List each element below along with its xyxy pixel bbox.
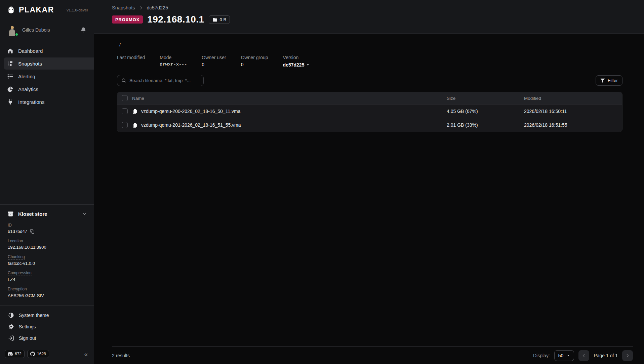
sign-out-label: Sign out bbox=[19, 335, 36, 341]
row-checkbox[interactable] bbox=[122, 122, 128, 128]
settings-label: Settings bbox=[19, 324, 36, 329]
discord-badge[interactable]: 672 bbox=[5, 350, 25, 358]
caret-down-icon bbox=[567, 354, 570, 357]
page-size-select[interactable]: 50 bbox=[554, 350, 574, 361]
avatar bbox=[6, 24, 18, 36]
pie-chart-icon bbox=[7, 86, 13, 92]
plakar-logo-icon bbox=[7, 6, 15, 14]
home-icon bbox=[7, 48, 13, 54]
github-badge[interactable]: 1628 bbox=[27, 350, 49, 358]
kloset-store-panel: Kloset store ID b1d7bd47 Location 192.16… bbox=[0, 204, 94, 305]
kloset-store-header[interactable]: Kloset store bbox=[7, 211, 87, 217]
gear-icon bbox=[8, 324, 14, 330]
app-name: PLAKAR bbox=[19, 5, 54, 14]
checklist-icon bbox=[7, 73, 13, 80]
sidebar-item-snapshots[interactable]: Snapshots bbox=[4, 57, 94, 70]
file-name[interactable]: vzdump-qemu-201-2026_02_18-16_51_55.vma bbox=[141, 122, 241, 128]
online-status-dot bbox=[15, 33, 18, 36]
filter-button[interactable]: Filter bbox=[596, 75, 622, 86]
filter-funnel-icon bbox=[600, 78, 605, 83]
github-icon bbox=[30, 352, 35, 356]
page-title: 192.168.10.1 bbox=[147, 14, 204, 25]
breadcrumb: Snapshots dc57d225 bbox=[112, 5, 634, 10]
sign-out-button[interactable]: Sign out bbox=[8, 332, 86, 344]
sidebar-bottom-menu: System theme Settings Sign out bbox=[0, 305, 94, 347]
store-location-value: 192.168.10.11:3900 bbox=[8, 245, 87, 250]
caret-down-icon bbox=[306, 63, 310, 67]
prev-page-button[interactable] bbox=[578, 350, 589, 361]
table-header-row: Name Size Modified bbox=[117, 92, 622, 104]
page-header: Snapshots dc57d225 PROXMOX 192.168.10.1 … bbox=[94, 0, 644, 34]
breadcrumb-snapshots[interactable]: Snapshots bbox=[112, 5, 135, 10]
discord-count: 672 bbox=[15, 352, 22, 356]
sidebar-item-label: Alerting bbox=[18, 74, 35, 79]
store-chunking-value: fastcdc-v1.0.0 bbox=[8, 261, 87, 266]
sidebar-item-analytics[interactable]: Analytics bbox=[4, 83, 94, 95]
discord-icon bbox=[8, 352, 13, 356]
file-modified: 2026/02/18 16:51:55 bbox=[524, 122, 622, 128]
file-size: 2.01 GB (33%) bbox=[447, 122, 524, 128]
version-dropdown[interactable]: dc57d225 bbox=[283, 62, 310, 68]
store-encryption-value: AES256-GCM-SIV bbox=[8, 293, 87, 298]
search-input[interactable] bbox=[129, 78, 199, 83]
meta-owner-group: Owner group 0 bbox=[241, 55, 268, 68]
user-row: Gilles Dubois bbox=[0, 18, 94, 41]
select-all-checkbox[interactable] bbox=[122, 95, 128, 101]
row-checkbox[interactable] bbox=[122, 108, 128, 114]
main-nav: Dashboard Snapshots Alerting bbox=[0, 45, 94, 108]
next-page-button[interactable] bbox=[622, 350, 633, 361]
current-path: / bbox=[117, 42, 622, 47]
title-row: PROXMOX 192.168.10.1 0 B bbox=[112, 14, 634, 25]
snapshots-icon bbox=[7, 60, 13, 67]
sidebar-item-label: Integrations bbox=[18, 99, 44, 105]
sidebar-item-alerting[interactable]: Alerting bbox=[4, 70, 94, 82]
snapshot-type-badge: PROXMOX bbox=[112, 15, 143, 24]
store-id-value: b1d7bd47 bbox=[8, 229, 27, 234]
store-field-encryption: Encryption AES256-GCM-SIV bbox=[7, 286, 87, 298]
store-field-compression: Compression LZ4 bbox=[7, 270, 87, 282]
chevron-down-icon[interactable] bbox=[82, 211, 87, 216]
archive-box-icon bbox=[7, 211, 14, 217]
sidebar: PLAKAR v1.1.0-devel Gilles Dubois Dashbo… bbox=[0, 0, 94, 364]
main-area: Snapshots dc57d225 PROXMOX 192.168.10.1 … bbox=[94, 0, 644, 364]
plug-icon bbox=[7, 99, 13, 105]
column-header-size[interactable]: Size bbox=[447, 96, 524, 101]
display-label: Display: bbox=[533, 353, 550, 358]
column-header-modified[interactable]: Modified bbox=[524, 96, 622, 101]
collapse-sidebar-icon[interactable]: « bbox=[84, 351, 88, 357]
copy-icon[interactable] bbox=[30, 229, 35, 234]
file-icon bbox=[132, 109, 138, 114]
meta-last-modified: Last modified bbox=[117, 55, 145, 68]
system-theme-label: System theme bbox=[19, 313, 49, 318]
search-filter-row: Filter bbox=[117, 75, 622, 86]
sidebar-item-dashboard[interactable]: Dashboard bbox=[4, 45, 94, 57]
column-header-name[interactable]: Name bbox=[132, 96, 447, 101]
community-badges-row: 672 1628 « bbox=[0, 347, 94, 364]
store-field-id: ID b1d7bd47 bbox=[7, 222, 87, 234]
file-modified: 2026/02/18 16:50:11 bbox=[524, 109, 622, 114]
meta-mode: Mode drwxr-x--- bbox=[160, 55, 187, 68]
system-theme-toggle[interactable]: System theme bbox=[8, 310, 86, 321]
file-icon bbox=[132, 122, 138, 128]
notifications-bell-icon[interactable] bbox=[80, 27, 86, 33]
store-panel-title: Kloset store bbox=[18, 211, 47, 217]
sidebar-item-label: Analytics bbox=[18, 86, 38, 92]
meta-version: Version dc57d225 bbox=[283, 55, 310, 68]
file-name[interactable]: vzdump-qemu-200-2026_02_18-16_50_11.vma bbox=[141, 109, 241, 114]
sidebar-item-integrations[interactable]: Integrations bbox=[4, 96, 94, 108]
settings-button[interactable]: Settings bbox=[8, 321, 86, 332]
metadata-row: Last modified Mode drwxr-x--- Owner user… bbox=[117, 55, 622, 68]
file-table: Name Size Modified vzdump-qemu-200-2026_… bbox=[117, 92, 622, 132]
total-size-value: 0 B bbox=[220, 17, 227, 22]
logo-row: PLAKAR v1.1.0-devel bbox=[0, 0, 94, 18]
table-row[interactable]: vzdump-qemu-200-2026_02_18-16_50_11.vma … bbox=[117, 104, 622, 118]
store-compression-value: LZ4 bbox=[8, 277, 87, 282]
table-row[interactable]: vzdump-qemu-201-2026_02_18-16_51_55.vma … bbox=[117, 118, 622, 132]
content-area: / Last modified Mode drwxr-x--- Owner us… bbox=[94, 34, 644, 347]
meta-owner-user: Owner user 0 bbox=[202, 55, 226, 68]
store-field-location: Location 192.168.10.11:3900 bbox=[7, 238, 87, 250]
store-field-chunking: Chunking fastcdc-v1.0.0 bbox=[7, 253, 87, 266]
theme-icon bbox=[8, 312, 14, 318]
search-box bbox=[117, 75, 204, 86]
app-version: v1.1.0-devel bbox=[67, 8, 88, 12]
